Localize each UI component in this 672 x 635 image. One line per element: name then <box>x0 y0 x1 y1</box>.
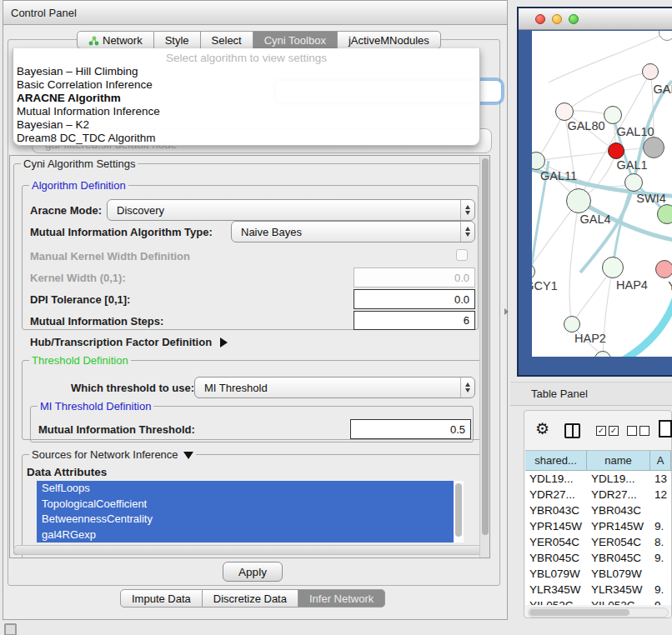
tab-cyni-toolbox[interactable]: Cyni Toolbox <box>253 31 338 49</box>
node-label-hap4: HAP4 <box>616 278 648 292</box>
manual-kernel-label: Manual Kernel Width Definition <box>30 250 190 262</box>
node-label-gal4: GAL4 <box>579 212 610 226</box>
dpi-tolerance-label: DPI Tolerance [0,1]: <box>30 293 130 306</box>
select-all-checkbox-icon[interactable]: ✓ <box>609 426 619 436</box>
dropdown-item-bayesian-hill-climbing[interactable]: Bayesian – Hill Climbing <box>13 65 479 78</box>
list-item-selfloops[interactable]: SelfLoops <box>37 481 464 497</box>
tab-discretize-data[interactable]: Discretize Data <box>203 589 298 608</box>
deselect-all-checkbox-icon[interactable] <box>627 426 637 436</box>
node-pink-right[interactable] <box>655 260 672 278</box>
table-panel-window: ⚙ ✓ ✓ shared... name A YDL19...YDL19...1… <box>524 410 672 618</box>
node-label-y: Y <box>668 279 672 292</box>
node-gal80[interactable] <box>555 102 574 121</box>
apply-button[interactable]: Apply <box>223 562 283 582</box>
table-row[interactable]: YPR145WYPR145W9. <box>525 518 671 534</box>
aracne-mode-combo[interactable]: Discovery <box>107 199 475 221</box>
tab-style[interactable]: Style <box>154 31 201 49</box>
tab-impute-data[interactable]: Impute Data <box>120 589 203 608</box>
column-header-shared-name[interactable]: shared... <box>525 451 587 471</box>
node-label-gal1: GAL1 <box>616 158 647 172</box>
settings-viewport: Cyni Algorithm Settings Algorithm Defini… <box>9 155 490 558</box>
table-horizontal-scrollbar[interactable] <box>528 608 669 618</box>
which-threshold-label: Which threshold to use: <box>71 382 194 394</box>
table-row[interactable]: YER054CYER054C8. <box>525 534 671 550</box>
table-row[interactable]: YBR045CYBR045C9. <box>525 550 671 566</box>
dropdown-item-aracne[interactable]: ARACNE Algorithm <box>13 92 479 105</box>
export-table-icon[interactable] <box>659 420 672 438</box>
mi-algorithm-type-combo[interactable]: Naive Bayes <box>231 221 475 242</box>
splitter-collapse-arrow[interactable] <box>504 308 509 315</box>
mi-threshold-field[interactable]: 0.5 <box>350 419 471 439</box>
control-panel-tabs: Network Style Select Cyni Toolbox jActiv… <box>77 31 441 49</box>
node-swi4[interactable] <box>624 173 643 192</box>
mi-steps-field[interactable]: 6 <box>354 311 475 330</box>
tab-network[interactable]: Network <box>77 31 154 49</box>
zoom-traffic-light-icon[interactable] <box>569 14 579 24</box>
node-gal-partial[interactable] <box>642 63 659 80</box>
gear-icon[interactable]: ⚙ <box>535 419 549 438</box>
which-threshold-value: MI Threshold <box>204 378 268 398</box>
kernel-width-field[interactable]: 0.0 <box>354 268 475 288</box>
table-header-row: shared... name A <box>525 451 671 471</box>
kernel-width-label: Kernel Width (0,1): <box>30 272 126 284</box>
dpi-tolerance-field[interactable]: 0.0 <box>354 289 475 309</box>
scrollbar-thumb[interactable] <box>529 609 629 616</box>
manual-kernel-checkbox[interactable] <box>456 249 468 261</box>
node-gal1[interactable] <box>608 142 624 159</box>
mi-steps-label: Mutual Information Steps: <box>30 315 163 328</box>
network-canvas[interactable]: GAL GAL80 GAL10 GAL1 GAL11 SWI4 GAL4 GCY… <box>532 31 672 357</box>
node-green-right[interactable] <box>657 204 672 224</box>
node-hap2[interactable] <box>564 316 580 332</box>
node-gal10[interactable] <box>604 106 622 124</box>
tab-infer-network[interactable]: Infer Network <box>298 589 385 608</box>
node-label-swi4: SWI4 <box>636 192 665 205</box>
control-panel-title: Control Panel <box>11 7 77 19</box>
screen: Control Panel ✖ Network Style Select Cyn… <box>0 0 672 635</box>
dropdown-item-mutual-information[interactable]: Mutual Information Inference <box>13 105 479 118</box>
show-columns-icon[interactable] <box>564 423 580 438</box>
table-row[interactable]: YBL079WYBL079W <box>525 566 671 582</box>
node-gal4[interactable] <box>566 188 591 213</box>
hub-tf-expander[interactable]: Hub/Transcription Factor Definition <box>30 336 228 348</box>
node-label-hap2: HAP2 <box>574 332 606 345</box>
data-attributes-list: SelfLoops TopologicalCoefficient Between… <box>37 481 464 542</box>
table-row[interactable]: YIL052CYIL052C9 <box>525 598 671 605</box>
column-header-partial[interactable]: A <box>650 451 671 471</box>
node-gray[interactable] <box>643 137 664 158</box>
algorithm-definition-title: Algorithm Definition <box>29 179 128 192</box>
deselect-all-checkbox-icon[interactable] <box>639 426 649 436</box>
control-panel-titlebar[interactable]: Control Panel <box>3 0 508 25</box>
dropdown-item-dream8[interactable]: Dream8 DC_TDC Algorithm <box>13 132 479 145</box>
table-row[interactable]: YBR043CYBR043C <box>525 502 671 518</box>
viewport-horizontal-scrollbar[interactable] <box>13 545 487 555</box>
dropdown-item-bayesian-k2[interactable]: Bayesian – K2 <box>13 118 479 132</box>
tab-select[interactable]: Select <box>201 31 253 49</box>
close-traffic-light-icon[interactable] <box>535 14 545 24</box>
column-header-name[interactable]: name <box>587 451 650 471</box>
tab-jactivemnodules[interactable]: jActiveMNodules <box>338 31 441 49</box>
list-vertical-scrollbar[interactable] <box>454 481 464 542</box>
list-item-betweennesscentrality[interactable]: BetweennessCentrality <box>37 512 464 528</box>
list-item-gal4rgexp[interactable]: gal4RGexp <box>37 528 464 543</box>
scrollbar-thumb[interactable] <box>482 158 489 535</box>
list-item-topologicalcoefficient[interactable]: TopologicalCoefficient <box>37 497 464 512</box>
expander-expanded-icon[interactable] <box>183 452 193 459</box>
table-row[interactable]: YDR27...YDR27...12 <box>525 487 671 502</box>
node-hap4[interactable] <box>602 257 624 278</box>
table-row[interactable]: YLR345WYLR345W9. <box>525 582 671 598</box>
dropdown-hint: Select algorithm to view settings <box>13 51 479 65</box>
stepper-icon <box>460 378 474 398</box>
mi-algorithm-type-label: Mutual Information Algorithm Type: <box>30 226 213 238</box>
cyni-algorithm-settings-title: Cyni Algorithm Settings <box>21 158 138 170</box>
dropdown-item-basic-correlation[interactable]: Basic Correlation Inference <box>13 78 479 92</box>
minimize-traffic-light-icon[interactable] <box>552 14 562 24</box>
sources-title[interactable]: Sources for Network Inference <box>29 448 196 461</box>
minimized-panel-icon[interactable] <box>4 623 17 635</box>
select-all-checkbox-icon[interactable]: ✓ <box>596 426 606 436</box>
stepper-icon <box>460 222 474 242</box>
table-row[interactable]: YDL19...YDL19...13 <box>525 471 671 487</box>
settings-vertical-scrollbar[interactable] <box>479 156 489 558</box>
network-window-titlebar[interactable] <box>519 8 672 30</box>
expander-collapsed-icon[interactable] <box>220 338 228 348</box>
which-threshold-combo[interactable]: MI Threshold <box>194 377 475 398</box>
